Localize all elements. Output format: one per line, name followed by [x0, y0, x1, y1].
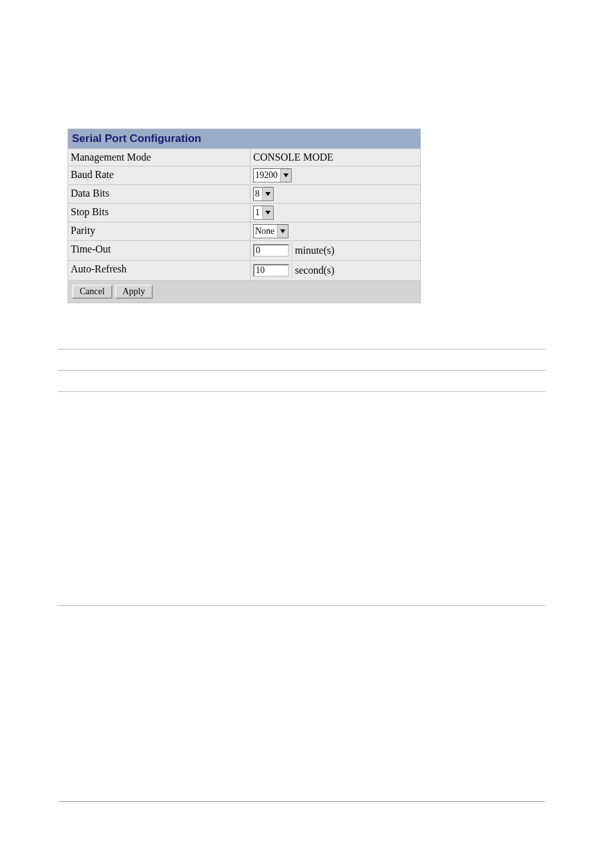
row-data-bits: Data Bits 8 — [68, 185, 420, 204]
label-auto-refresh: Auto-Refresh — [68, 261, 251, 280]
auto-refresh-input[interactable] — [253, 264, 289, 277]
divider — [58, 605, 546, 606]
chevron-down-icon — [280, 169, 291, 182]
baud-rate-select[interactable]: 19200 — [253, 168, 292, 182]
chevron-down-icon — [262, 206, 273, 219]
divider — [58, 801, 546, 802]
auto-refresh-unit: second(s) — [292, 263, 334, 278]
panel-footer: Cancel Apply — [68, 281, 420, 303]
svg-marker-0 — [283, 173, 289, 177]
row-baud-rate: Baud Rate 19200 — [68, 166, 420, 185]
chevron-down-icon — [262, 188, 273, 200]
label-stop-bits: Stop Bits — [68, 204, 251, 222]
divider — [58, 349, 546, 350]
baud-rate-value: 19200 — [254, 169, 280, 182]
row-stop-bits: Stop Bits 1 — [68, 204, 420, 222]
label-time-out: Time-Out — [68, 241, 251, 260]
data-bits-select[interactable]: 8 — [253, 187, 274, 201]
value-management-mode: CONSOLE MODE — [251, 149, 420, 166]
svg-marker-3 — [280, 229, 285, 233]
row-management-mode: Management Mode CONSOLE MODE — [68, 149, 420, 166]
panel-title: Serial Port Configuration — [68, 129, 420, 149]
serial-port-config-panel: Serial Port Configuration Management Mod… — [67, 128, 421, 303]
apply-button[interactable]: Apply — [115, 285, 153, 299]
label-baud-rate: Baud Rate — [68, 166, 251, 184]
label-parity: Parity — [68, 222, 251, 240]
label-management-mode: Management Mode — [68, 149, 251, 166]
row-time-out: Time-Out minute(s) — [68, 241, 420, 261]
row-parity: Parity None — [68, 222, 420, 241]
time-out-input[interactable] — [253, 244, 289, 257]
chevron-down-icon — [277, 225, 288, 238]
label-data-bits: Data Bits — [68, 185, 251, 203]
parity-select[interactable]: None — [253, 224, 289, 238]
stop-bits-value: 1 — [254, 206, 262, 219]
parity-value: None — [254, 225, 277, 238]
row-auto-refresh: Auto-Refresh second(s) — [68, 261, 420, 281]
data-bits-value: 8 — [254, 188, 262, 200]
divider — [58, 370, 546, 371]
svg-marker-2 — [265, 211, 271, 215]
svg-marker-1 — [265, 192, 271, 196]
stop-bits-select[interactable]: 1 — [253, 206, 274, 220]
divider — [58, 391, 546, 392]
cancel-button[interactable]: Cancel — [72, 285, 112, 299]
time-out-unit: minute(s) — [292, 243, 334, 258]
